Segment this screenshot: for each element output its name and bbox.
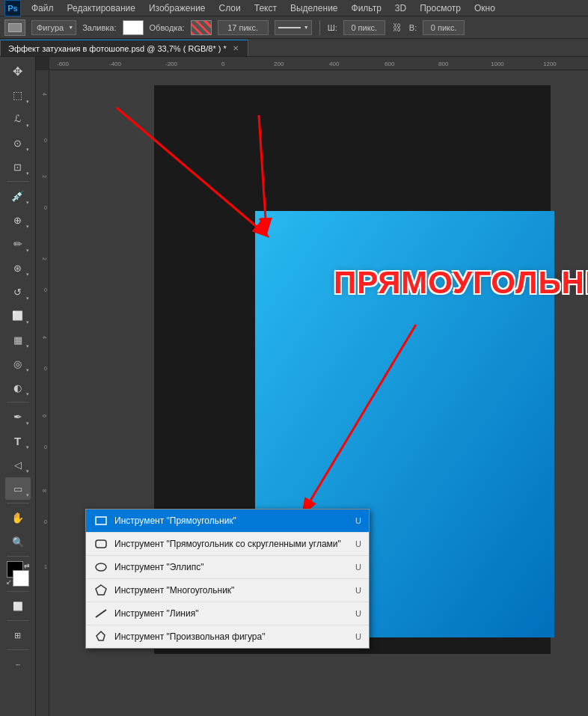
menu-edit[interactable]: Редактирование bbox=[64, 1, 138, 15]
fill-color-swatch[interactable] bbox=[123, 20, 144, 35]
context-menu-item-polygon-shortcut: U bbox=[355, 586, 361, 595]
toolbar-separator-6 bbox=[7, 620, 29, 621]
stroke-size-input[interactable] bbox=[218, 20, 269, 35]
tool-lasso[interactable]: ℒ ▾ bbox=[5, 108, 31, 130]
fill-label: Заливка: bbox=[82, 23, 116, 32]
ellipse-tool-icon bbox=[94, 560, 108, 575]
tab-modified-star: * bbox=[224, 44, 227, 53]
context-menu-item-rect-label: Инструмент "Прямоугольник" bbox=[114, 515, 349, 526]
context-menu-item-custom-shortcut: U bbox=[355, 632, 361, 641]
tool-screen-mode[interactable]: ⊞ bbox=[5, 624, 31, 646]
context-menu-item-rect[interactable]: Инструмент "Прямоугольник" U bbox=[86, 510, 369, 533]
tool-eyedrop[interactable]: 💉 ▾ bbox=[5, 185, 31, 207]
tool-blur[interactable]: ◎ ▾ bbox=[5, 352, 31, 375]
link-dimensions-icon[interactable]: ⛓ bbox=[391, 22, 403, 34]
context-menu-item-custom-shape[interactable]: Инструмент "Произвольная фигура" U bbox=[86, 625, 369, 648]
menu-filter[interactable]: Фильтр bbox=[349, 1, 385, 15]
tool-crop[interactable]: ⊡ ▾ bbox=[5, 156, 31, 178]
menu-window[interactable]: Окно bbox=[471, 1, 498, 15]
document-tab[interactable]: Эффект затухания в фотошопе.psd @ 33,7% … bbox=[0, 40, 248, 56]
tool-eraser[interactable]: ⬜ ▾ bbox=[5, 305, 31, 327]
tool-quick-select[interactable]: ⊙ ▾ bbox=[5, 132, 31, 154]
context-menu-item-ellipse[interactable]: Инструмент "Эллипс" U bbox=[86, 556, 369, 579]
left-toolbar: ✥ ⬚ ▾ ℒ ▾ ⊙ ▾ ⊡ ▾ 💉 ▾ ⊕ ▾ ✏ ▾ bbox=[0, 57, 36, 716]
main-area: ✥ ⬚ ▾ ℒ ▾ ⊙ ▾ ⊡ ▾ 💉 ▾ ⊕ ▾ ✏ ▾ bbox=[0, 57, 588, 716]
tool-hand[interactable]: ✋ bbox=[5, 507, 31, 529]
options-bar: Фигура Заливка: Обводка: Ш: ⛓ В: bbox=[0, 16, 588, 39]
tab-mode-close: ) bbox=[218, 44, 221, 53]
tab-zoom: @ bbox=[147, 44, 157, 53]
context-menu-item-rounded-rect[interactable]: Инструмент "Прямоугольник со скругленным… bbox=[86, 533, 369, 556]
tab-mode: ( bbox=[183, 44, 186, 53]
svg-rect-5 bbox=[96, 540, 106, 548]
tool-extra[interactable]: ··· bbox=[5, 653, 31, 676]
tool-move[interactable]: ✥ bbox=[5, 60, 31, 82]
tool-zoom[interactable]: 🔍 bbox=[5, 530, 31, 553]
context-menu-item-polygon-label: Инструмент "Многоугольник" bbox=[114, 585, 349, 596]
menu-bar: Ps Файл Редактирование Изображение Слои … bbox=[0, 0, 588, 16]
width-label: Ш: bbox=[328, 23, 337, 32]
height-label: В: bbox=[409, 23, 417, 32]
options-separator-1 bbox=[319, 20, 320, 35]
menu-3d[interactable]: 3D bbox=[392, 1, 409, 15]
shape-type-dropdown[interactable]: Фигура bbox=[31, 20, 76, 35]
shape-mode-preview bbox=[4, 19, 25, 36]
height-input[interactable] bbox=[423, 20, 465, 35]
menu-text[interactable]: Текст bbox=[251, 1, 280, 15]
tool-path-select[interactable]: ◁ ▾ bbox=[5, 453, 31, 476]
stroke-color-swatch[interactable] bbox=[191, 20, 212, 35]
context-menu-item-polygon[interactable]: Инструмент "Многоугольник" U bbox=[86, 579, 369, 602]
svg-marker-7 bbox=[96, 585, 106, 595]
tool-stamp[interactable]: ⊛ ▾ bbox=[5, 257, 31, 279]
reset-colors-icon[interactable]: ↙ bbox=[6, 578, 12, 586]
tool-brush[interactable]: ✏ ▾ bbox=[5, 233, 31, 255]
menu-view[interactable]: Просмотр bbox=[417, 1, 464, 15]
width-input[interactable] bbox=[343, 20, 385, 35]
rounded-rect-tool-icon bbox=[94, 536, 108, 551]
menu-file[interactable]: Файл bbox=[28, 1, 57, 15]
toolbar-separator-5 bbox=[7, 591, 29, 592]
tool-shape[interactable]: ▭ ▾ bbox=[5, 477, 31, 500]
menu-layers[interactable]: Слои bbox=[216, 1, 244, 15]
menu-image[interactable]: Изображение bbox=[146, 1, 209, 15]
tab-bar: Эффект затухания в фотошопе.psd @ 33,7% … bbox=[0, 39, 588, 57]
ruler-left: 4 0 2 0 2 0 4 0 6 0 8 0 1 bbox=[36, 70, 49, 716]
tool-dodge[interactable]: ◐ ▾ bbox=[5, 376, 31, 399]
tool-text[interactable]: T ▾ bbox=[5, 429, 31, 452]
context-menu-item-rect-shortcut: U bbox=[355, 516, 361, 525]
tool-quickmask[interactable]: ⬜ bbox=[5, 595, 31, 617]
background-color[interactable] bbox=[13, 570, 29, 587]
stroke-label: Обводка: bbox=[150, 23, 185, 32]
canvas-area: -600 -400 -200 0 200 400 600 800 1000 12… bbox=[36, 57, 588, 716]
ruler-top: -600 -400 -200 0 200 400 600 800 1000 12… bbox=[49, 57, 588, 70]
toolbar-separator-1 bbox=[7, 181, 29, 182]
swap-colors-icon[interactable]: ⇄ bbox=[24, 562, 30, 569]
context-menu-item-rounded-label: Инструмент "Прямоугольник со скругленным… bbox=[114, 539, 349, 549]
context-menu-item-ellipse-shortcut: U bbox=[355, 563, 361, 572]
canvas-container[interactable]: ПРЯМОУГОЛЬНИК bbox=[49, 70, 588, 716]
tool-gradient[interactable]: ▦ ▾ bbox=[5, 328, 31, 351]
tool-heal[interactable]: ⊕ ▾ bbox=[5, 209, 31, 231]
context-menu-item-line-shortcut: U bbox=[355, 609, 361, 618]
context-menu-item-line[interactable]: Инструмент "Линия" U bbox=[86, 602, 369, 625]
context-menu-item-line-label: Инструмент "Линия" bbox=[114, 608, 349, 619]
tab-filename: Эффект затухания в фотошопе.psd @ 33,7% … bbox=[8, 44, 227, 53]
annotation-text: ПРЯМОУГОЛЬНИК bbox=[334, 265, 588, 301]
toolbar-separator-2 bbox=[7, 402, 29, 403]
line-tool-icon bbox=[94, 606, 108, 621]
toolbar-separator-7 bbox=[7, 649, 29, 650]
toolbar-separator-4 bbox=[7, 556, 29, 557]
tab-close-button[interactable]: ✕ bbox=[231, 43, 240, 53]
context-menu-item-rounded-shortcut: U bbox=[355, 539, 361, 548]
polygon-tool-icon bbox=[94, 583, 108, 598]
tool-rect-select[interactable]: ⬚ ▾ bbox=[5, 84, 31, 106]
toolbar-separator-3 bbox=[7, 503, 29, 504]
menu-select[interactable]: Выделение bbox=[287, 1, 341, 15]
tool-pen[interactable]: ✒ ▾ bbox=[5, 406, 31, 428]
stroke-style-dropdown[interactable] bbox=[275, 20, 312, 35]
context-menu[interactable]: Инструмент "Прямоугольник" U Инструмент … bbox=[85, 509, 370, 649]
rect-tool-icon bbox=[94, 513, 108, 528]
custom-shape-tool-icon bbox=[94, 629, 108, 644]
svg-rect-4 bbox=[96, 517, 106, 524]
tool-history[interactable]: ↺ ▾ bbox=[5, 281, 31, 303]
